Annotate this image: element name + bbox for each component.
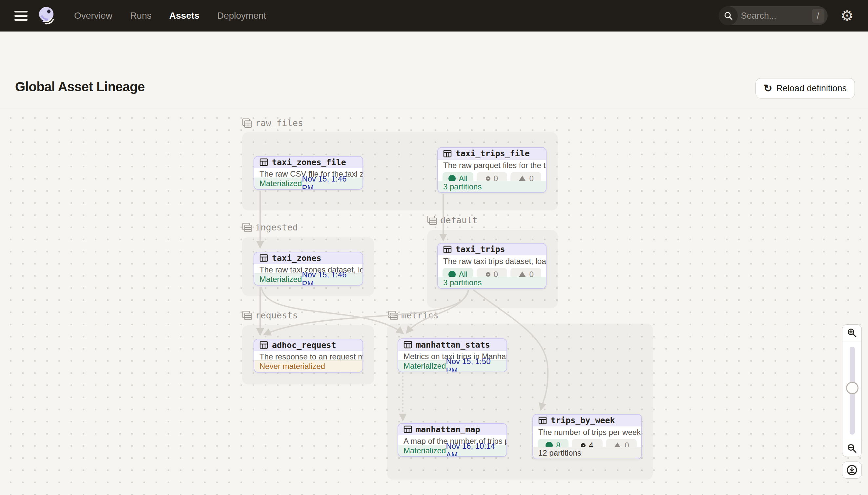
asset-status-footer: 3 partitions [438, 277, 546, 288]
nav-item-overview[interactable]: Overview [74, 11, 112, 21]
zoom-controls [842, 324, 862, 457]
asset-name: taxi_zones_file [272, 157, 346, 167]
asset-name: taxi_zones [272, 253, 321, 263]
asset-node-taxi-zones-file[interactable]: taxi_zones_file The raw CSV file for the… [253, 156, 363, 190]
page-header: Global Asset Lineage ↻ Reload definition… [0, 32, 868, 109]
search-icon [719, 6, 738, 25]
asset-status-footer: Materialized Nov 15, 1:50 PM [398, 360, 507, 372]
zoom-in-button[interactable] [842, 324, 862, 341]
search-input[interactable] [738, 11, 812, 21]
table-icon [443, 149, 452, 158]
global-search[interactable]: / [719, 6, 828, 25]
asset-description: The number of trips per week, aggreg... [533, 426, 641, 437]
refresh-icon: ↻ [764, 83, 773, 93]
failed-ring-icon [486, 272, 491, 277]
table-icon [538, 416, 547, 425]
reload-definitions-button[interactable]: ↻ Reload definitions [756, 78, 855, 99]
asset-name: manhattan_stats [416, 340, 490, 349]
materialization-timestamp[interactable]: Nov 16, 10:14 AM [446, 442, 501, 457]
asset-name: adhoc_request [272, 340, 336, 350]
partitions-count: 3 partitions [443, 278, 482, 287]
materialization-timestamp[interactable]: Nov 15, 1:46 PM [302, 270, 357, 286]
gear-icon[interactable]: ⚙ [841, 8, 854, 23]
asset-status-footer: Materialized Nov 15, 1:46 PM [254, 177, 362, 189]
zoom-slider-thumb[interactable] [846, 382, 858, 394]
nav-item-deployment[interactable]: Deployment [217, 11, 266, 21]
partitions-count: 12 partitions [538, 448, 581, 458]
dagster-app: Overview Runs Assets Deployment / ⚙ Glob… [0, 0, 868, 495]
status-label: Materialized [404, 446, 446, 455]
asset-name: taxi_trips_file [456, 149, 530, 158]
table-icon [404, 425, 412, 433]
zoom-out-icon [847, 443, 857, 453]
status-label: Never materialized [260, 362, 325, 371]
status-label: Materialized [404, 361, 446, 371]
top-nav: Overview Runs Assets Deployment / ⚙ [0, 0, 868, 32]
asset-status-footer: Materialized Nov 16, 10:14 AM [398, 445, 507, 456]
asset-node-trips-by-week[interactable]: trips_by_week The number of trips per we… [532, 414, 642, 459]
asset-status-footer: 12 partitions [533, 447, 641, 459]
failed-ring-icon [486, 176, 491, 181]
asset-name: trips_by_week [551, 415, 615, 425]
asset-node-taxi-trips-file[interactable]: taxi_trips_file The raw parquet files fo… [437, 147, 547, 193]
partitions-count: 3 partitions [443, 182, 482, 191]
asset-status-footer: 3 partitions [438, 181, 546, 192]
status-label: Materialized [260, 179, 302, 188]
asset-status-footer: Materialized Nov 15, 1:46 PM [254, 273, 362, 285]
asset-name: taxi_trips [456, 244, 505, 254]
materialization-timestamp[interactable]: Nov 15, 1:46 PM [302, 174, 357, 190]
asset-lineage-canvas[interactable]: raw_files ingested default requests metr… [0, 109, 868, 495]
zoom-slider[interactable] [842, 341, 862, 440]
download-icon [846, 464, 857, 476]
table-icon [260, 254, 268, 262]
status-label: Materialized [260, 275, 302, 284]
nav-item-runs[interactable]: Runs [130, 11, 152, 21]
download-image-button[interactable] [842, 462, 862, 479]
dagster-logo [37, 6, 56, 25]
asset-description: The raw parquet files for the taxi trips… [438, 159, 546, 170]
search-shortcut-key: / [812, 9, 825, 23]
asset-node-manhattan-stats[interactable]: manhattan_stats Metrics on taxi trips in… [397, 338, 507, 372]
asset-node-taxi-trips[interactable]: taxi_trips The raw taxi trips dataset, l… [437, 243, 547, 289]
asset-node-taxi-zones[interactable]: taxi_zones The raw taxi zones dataset, l… [253, 252, 363, 286]
hamburger-menu-icon[interactable] [14, 11, 28, 21]
asset-node-adhoc-request[interactable]: adhoc_request The response to an request… [253, 339, 363, 373]
table-icon [443, 245, 452, 254]
asset-node-manhattan-map[interactable]: manhattan_map A map of the number of tri… [397, 423, 507, 457]
page-title: Global Asset Lineage [15, 80, 145, 94]
materialization-timestamp[interactable]: Nov 15, 1:50 PM [446, 357, 501, 372]
nav-right: / ⚙ [719, 6, 854, 25]
table-icon [260, 341, 268, 349]
asset-name: manhattan_map [416, 425, 480, 434]
asset-description: The raw taxi trips dataset, loaded into … [438, 255, 546, 266]
nav-menu: Overview Runs Assets Deployment [74, 11, 266, 21]
octopus-logo-icon [37, 6, 56, 25]
asset-status-footer: Never materialized [254, 360, 362, 372]
zoom-out-button[interactable] [842, 440, 862, 457]
table-icon [260, 158, 268, 167]
table-icon [404, 340, 412, 349]
zoom-in-icon [847, 328, 857, 338]
nav-item-assets[interactable]: Assets [169, 11, 199, 21]
